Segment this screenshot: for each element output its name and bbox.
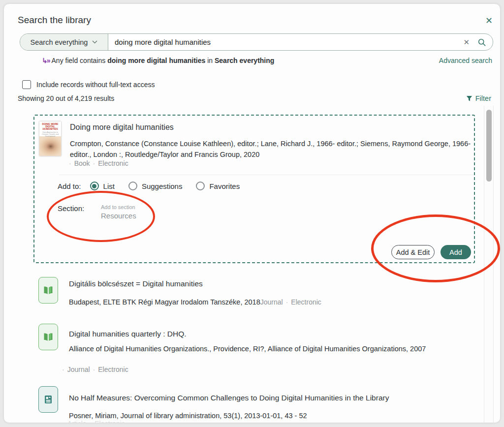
result-format: Electronic: [93, 159, 128, 167]
search-bar: Search everything ✕: [20, 33, 493, 51]
add-edit-button[interactable]: Add & Edit: [391, 245, 435, 259]
modal-title: Search the library: [18, 15, 91, 26]
section-label: Section:: [58, 204, 101, 220]
result-meta: Journal Electronic: [62, 366, 128, 373]
close-icon[interactable]: ✕: [485, 15, 493, 26]
summary-connector: in: [205, 57, 215, 64]
search-scope-dropdown[interactable]: Search everything: [20, 34, 108, 50]
section-field-label: Add to section: [101, 204, 136, 210]
scrollbar-thumb[interactable]: [486, 110, 492, 182]
radio-suggestions[interactable]: Suggestions: [128, 182, 183, 190]
result-meta-clipped: Article Electronic: [62, 420, 125, 423]
clear-search-icon[interactable]: ✕: [463, 38, 470, 47]
selected-result-card: DOING MORE DIGITAL HUMANITIES Open Appro…: [33, 115, 475, 263]
result-type: Journal: [62, 366, 90, 373]
cover-title-text: DOING MORE DIGITAL HUMANITIES: [39, 123, 61, 130]
result-type: Book: [69, 159, 90, 167]
result-authors: Crompton, Constance (Constance Louise Ka…: [70, 139, 472, 160]
result-title[interactable]: Digital humanities quarterly : DHQ.: [69, 330, 187, 338]
include-records-checkbox[interactable]: [22, 80, 31, 89]
advanced-search-link[interactable]: Advanced search: [439, 57, 492, 64]
card-divider: [59, 175, 474, 175]
scrollbar-track[interactable]: [484, 106, 494, 423]
summary-scope: Search everything: [215, 57, 274, 64]
article-document-icon[interactable]: [38, 386, 58, 413]
result-format: Electronic: [90, 420, 125, 423]
include-records-label: Include records without full-text access: [36, 81, 155, 89]
funnel-icon: [466, 95, 472, 102]
radio-suggestions-label: Suggestions: [142, 182, 183, 190]
search-library-modal: Search the library ✕ Search everything ✕…: [4, 4, 500, 423]
radio-favorites-label: Favorites: [209, 182, 240, 190]
result-title[interactable]: Digitális bölcsészet = Digital humanitie…: [69, 279, 203, 288]
section-field-value: Resources: [101, 212, 136, 220]
journal-book-icon[interactable]: [38, 277, 58, 304]
journal-book-icon[interactable]: [38, 324, 58, 350]
search-icon[interactable]: [477, 38, 486, 47]
add-button[interactable]: Add: [441, 245, 471, 259]
radio-favorites-control[interactable]: [196, 182, 205, 190]
chevron-down-icon: [92, 40, 97, 44]
section-row: Section: Add to section Resources: [58, 204, 136, 220]
result-format: Electronic: [286, 297, 321, 308]
query-summary: ↳» Any field contains doing more digital…: [42, 57, 274, 64]
radio-favorites[interactable]: Favorites: [196, 182, 240, 190]
radio-suggestions-control[interactable]: [128, 182, 137, 190]
radio-list-label: List: [103, 182, 115, 190]
filter-button[interactable]: Filter: [466, 94, 491, 102]
result-meta: JournalElectronic: [260, 297, 321, 308]
add-to-label: Add to:: [58, 182, 81, 190]
result-title[interactable]: No Half Measures: Overcoming Common Chal…: [69, 394, 389, 402]
result-details: Alliance of Digital Humanities Organizat…: [69, 344, 469, 355]
result-details: Budapest, ELTE BTK Régi Magyar Irodalom …: [69, 297, 321, 308]
result-details-text: Budapest, ELTE BTK Régi Magyar Irodalom …: [69, 298, 260, 306]
book-cover-thumbnail[interactable]: DOING MORE DIGITAL HUMANITIES Open Appro…: [39, 122, 61, 156]
radio-list-control[interactable]: [90, 182, 99, 190]
result-meta: Book Electronic: [69, 159, 128, 167]
search-scope-label: Search everything: [31, 38, 88, 46]
include-records-row: Include records without full-text access: [22, 80, 155, 89]
filter-label: Filter: [475, 94, 491, 102]
result-type: Journal: [260, 297, 283, 308]
result-title[interactable]: Doing more digital humanities: [70, 123, 174, 132]
summary-prefix: Any field contains: [52, 57, 108, 64]
result-type: Article: [62, 420, 87, 423]
section-select[interactable]: Add to section Resources: [101, 204, 136, 220]
search-input[interactable]: [108, 34, 463, 50]
summary-term: doing more digital humanities: [107, 57, 205, 64]
redirect-arrow-icon: ↳»: [42, 57, 50, 64]
results-count: Showing 20 out of 4,219 results: [18, 94, 114, 102]
result-format: Electronic: [93, 366, 128, 373]
add-to-row: Add to: List Suggestions Favorites: [58, 182, 253, 190]
radio-list[interactable]: List: [90, 182, 115, 190]
cover-photo: [39, 136, 61, 156]
